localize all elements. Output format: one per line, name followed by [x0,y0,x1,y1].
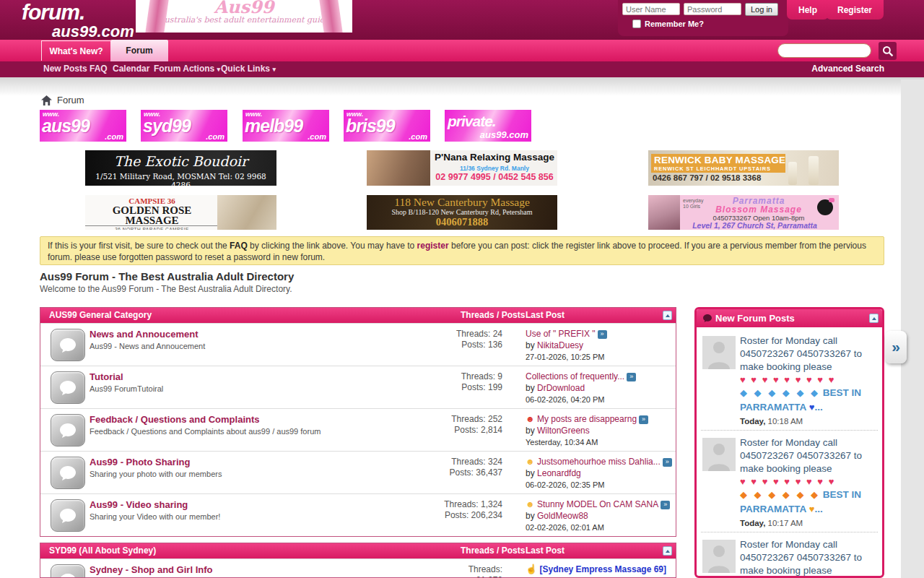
ad-118-new-canterbury-massage[interactable]: 118 New Canterbury Massage Shop B/118-12… [367,195,557,230]
sidebar-post[interactable]: Roster for Monday call 0450723267 045073… [701,532,878,578]
mascot-icon [817,199,833,215]
category-syd99: SYD99 (All About Sydney) Threads / Posts… [40,543,676,578]
goto-last-post-icon[interactable]: » [661,501,670,509]
posts-count: Posts: 136 [423,340,502,350]
ad-golden-rose-massage[interactable]: CAMPSIE 36 GOLDEN ROSE MASSAGE 36 NORTH … [85,195,276,230]
remember-me[interactable]: Remember Me? [632,20,704,28]
last-post-user-link[interactable]: NikitaDuesy [537,340,583,350]
banner-bris99[interactable]: www. bris99 .com [344,110,430,142]
faq-link[interactable]: FAQ [230,241,248,251]
goto-last-post-icon[interactable]: » [663,458,672,467]
goto-last-post-icon[interactable]: » [639,415,648,424]
help-button[interactable]: Help [787,0,829,20]
remember-checkbox[interactable] [632,20,641,28]
nav-forum-actions[interactable]: Forum Actions ▾ [154,64,220,74]
column-threads-posts: Threads / Posts [461,543,525,558]
goto-last-post-icon[interactable]: » [598,330,607,339]
forum-title-link[interactable]: Feedback / Questions and Complaints [90,414,260,425]
ad-renwick-baby-massage[interactable]: RENWICK BABY MASSAGE RENWICK ST LEICHHAR… [648,150,839,186]
forum-stats: Threads: 252 Posts: 2,814 [423,414,502,436]
search-button[interactable] [879,42,897,60]
last-post-user-link[interactable]: GoldMeow88 [537,511,588,521]
nav-faq[interactable]: FAQ [90,64,108,74]
username-input[interactable] [622,3,680,15]
banner-name: private. [448,113,496,130]
last-post-date: 06-02-2026, 02:35 PM [526,479,674,491]
nav-quick-links[interactable]: Quick Links ▾ [221,64,276,74]
notice-text: If this is your first visit, be sure to … [48,241,230,251]
last-post-title-link[interactable]: My posts are disappearng [537,414,637,424]
register-link[interactable]: register [417,241,449,251]
home-icon[interactable] [41,95,52,105]
by-label: by [526,383,535,393]
last-post-date: Yesterday, 10:34 AM [526,436,674,448]
forum-row-photo-sharing: Aus99 - Photo Sharing Sharing your photo… [40,451,676,493]
last-post-title-link[interactable]: Justsomehourhoe miss Dahlia... [537,457,661,467]
last-post-title-link[interactable]: Collections of frequently... [526,371,624,381]
password-input[interactable] [684,3,741,15]
banner-private-aus99[interactable]: private. aus99.com [445,110,531,142]
forum-description: Aus99 ForumTutoiral [90,384,163,393]
post-text[interactable]: Roster for Monday call 0450723267 045073… [740,436,876,475]
last-post-user-link[interactable]: WiltonGreens [537,426,590,436]
tab-whats-new[interactable]: What's New? [41,40,110,61]
last-post-title-link[interactable]: [Sydney Empress Massage 69] [540,564,666,574]
speech-bubble-icon [58,422,77,439]
search-icon [882,46,894,57]
forum-title-link[interactable]: Aus99 - Video sharing [90,499,188,510]
header-banner[interactable]: Aus99 Australia's best adult entertainme… [136,0,352,33]
category-title[interactable]: SYD99 (All About Sydney) [49,543,156,558]
last-post-title-link[interactable]: Stunny MODEL On CAM SANA [537,499,658,509]
breadcrumb: Forum [41,95,84,105]
breadcrumb-forum[interactable]: Forum [57,95,84,105]
tab-forum[interactable]: Forum [110,40,168,61]
login-button[interactable]: Log in [745,3,778,16]
ad-blossom-massage[interactable]: everyday 10 Girls Parramatta Blossom Mas… [648,195,839,230]
forum-last-post: ☻ My posts are disappearng» by WiltonGre… [526,413,674,448]
collapse-icon[interactable] [663,311,672,320]
nav-quick-links-label: Quick Links [221,64,270,74]
goto-last-post-icon[interactable]: » [627,373,636,381]
banner-aus99[interactable]: www. aus99 .com [40,110,126,142]
banner-name: melb99 [245,116,302,137]
hearts-icons: ♥ ♥ ♥ ♥ ♥ ♥ ♥ ♥ ♥ [740,475,876,488]
post-text[interactable]: Roster for Monday call 0450723267 045073… [740,335,876,374]
sidebar-expand-button[interactable]: » [885,331,907,363]
first-visit-notice: If this is your first visit, be sure to … [40,236,884,265]
ad-label: RENWICK BABY MASSAGE RENWICK ST LEICHHAR… [651,154,785,173]
banner-com: aus99.com [480,129,528,140]
tab-bar: What's New? Forum [0,40,924,61]
collapse-icon[interactable] [663,546,672,556]
posts-count: Posts: 206,234 [423,510,502,521]
category-title[interactable]: AUS99 General Category [49,308,152,323]
ad-title: RENWICK BABY MASSAGE [654,155,783,165]
forum-title-link[interactable]: Tutorial [90,371,123,382]
nav-new-posts[interactable]: New Posts [43,64,87,74]
forum-title-link[interactable]: News and Annoucement [90,329,198,340]
sidebar-title: New Forum Posts [715,313,795,324]
forum-title-link[interactable]: Sydney - Shop and Girl Info [90,564,212,575]
banner-syd99[interactable]: www. syd99 .com [141,110,227,142]
page-right-background [901,79,924,578]
ad-exotic-boudoir[interactable]: The Exotic Boudoir 1/521 Military Road, … [85,150,276,186]
last-post-user-link[interactable]: Leonardfdg [537,468,581,478]
ad-photo [217,195,276,230]
forum-row-tutorial: Tutorial Aus99 ForumTutoiral Threads: 9 … [40,366,676,408]
register-button[interactable]: Register [826,0,884,20]
ad-title: P'Nana Relaxing Massage [433,152,556,163]
forum-title-link[interactable]: Aus99 - Photo Sharing [90,457,190,467]
site-logo[interactable]: forum. aus99.com [22,1,134,40]
speech-bubble-icon [58,465,77,482]
advanced-search-link[interactable]: Advanced Search [811,64,884,74]
collapse-icon[interactable] [869,314,879,323]
avatar [702,540,736,573]
ad-pnana-massage[interactable]: P'Nana Relaxing Massage 11/36 Sydney Rd.… [367,150,557,186]
sidebar-post[interactable]: Roster for Monday call 0450723267 045073… [701,430,878,532]
last-post-user-link[interactable]: DrDownload [537,383,585,393]
sidebar-post[interactable]: Roster for Monday call 0450723267 045073… [701,329,878,430]
nav-calendar[interactable]: Calendar [113,64,149,74]
search-input[interactable] [777,43,871,58]
last-post-title-link[interactable]: Use of " PREFIX " [526,329,596,339]
post-text[interactable]: Roster for Monday call 0450723267 045073… [740,538,876,577]
banner-melb99[interactable]: www. melb99 .com [243,110,329,142]
